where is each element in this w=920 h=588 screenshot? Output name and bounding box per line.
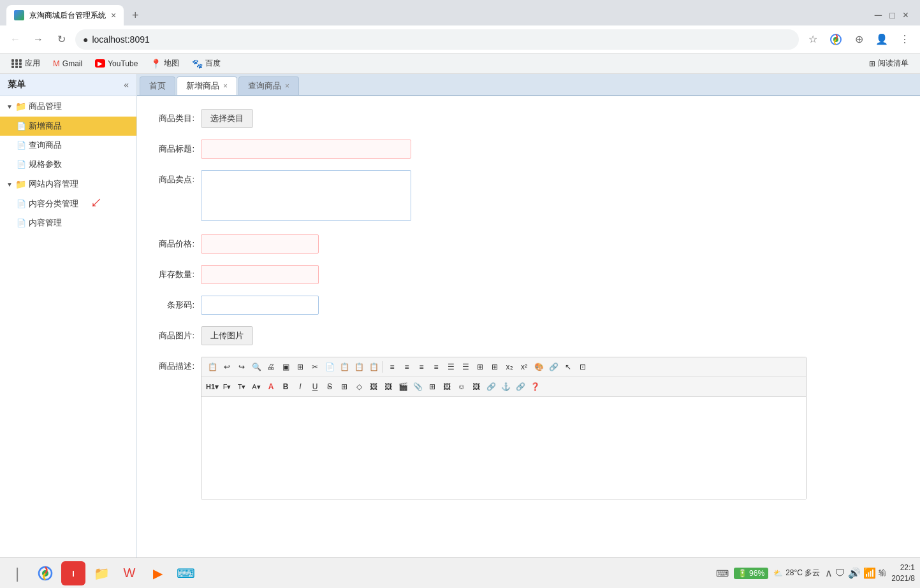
browser-tab-active[interactable]: 京淘商城后台管理系统 × xyxy=(6,5,124,25)
rte-btn-align-center[interactable]: ≡ xyxy=(400,360,414,374)
sidebar-item-spec-params[interactable]: 📄 规格参数 xyxy=(0,155,136,174)
rte-btn-hyperlink[interactable]: 🔗 xyxy=(484,380,498,394)
rte-btn-strikethrough[interactable]: S xyxy=(323,380,337,394)
minimize-button[interactable]: ─ xyxy=(875,10,882,21)
rte-btn-outdent[interactable]: ⊞ xyxy=(488,360,502,374)
rte-btn-table2[interactable]: ⊞ xyxy=(425,380,439,394)
rte-btn-h1[interactable]: H1▾ xyxy=(205,380,219,394)
rte-btn-align-justify[interactable]: ≡ xyxy=(429,360,443,374)
bookmark-youtube[interactable]: ▶ YouTube xyxy=(90,57,143,70)
bookmark-apps[interactable]: 应用 xyxy=(6,56,45,71)
bookmark-gmail[interactable]: M Gmail xyxy=(48,57,87,70)
reader-mode-button[interactable]: ⊞ 阅读清单 xyxy=(864,56,914,71)
app-tab-query-product-close[interactable]: × xyxy=(285,82,289,90)
profile-button[interactable]: 👤 xyxy=(873,31,891,48)
maximize-button[interactable]: □ xyxy=(889,10,894,20)
taskbar-media-btn[interactable]: ▶ xyxy=(145,561,170,585)
rte-btn-redo[interactable]: ↪ xyxy=(235,360,249,374)
bookmark-star-button[interactable]: ☆ xyxy=(804,31,822,48)
taskbar-word-btn[interactable]: W xyxy=(117,561,142,585)
rte-btn-copy[interactable]: 📄 xyxy=(323,360,337,374)
price-input[interactable] xyxy=(201,234,319,254)
rte-btn-superscript[interactable]: x² xyxy=(517,360,531,374)
arrow-up-icon[interactable]: ∧ xyxy=(825,567,833,579)
rte-btn-find[interactable]: 🔍 xyxy=(249,360,263,374)
forward-button[interactable]: → xyxy=(29,31,47,48)
taskbar-idea-btn[interactable]: I xyxy=(61,561,85,585)
selling-points-textarea[interactable] xyxy=(201,170,411,221)
tab-close-btn[interactable]: × xyxy=(111,10,116,20)
rte-btn-indent[interactable]: ⊞ xyxy=(473,360,487,374)
taskbar-terminal-btn[interactable]: ⌨ xyxy=(173,561,198,585)
network-icon[interactable]: 📶 xyxy=(863,567,876,579)
rte-btn-source[interactable]: 📋 xyxy=(367,360,381,374)
rte-btn-paste[interactable]: 📋 xyxy=(205,360,219,374)
sidebar-item-query-product[interactable]: 📄 查询商品 xyxy=(0,136,136,155)
volume-icon[interactable]: 🔊 xyxy=(848,567,861,579)
rte-btn-font-size[interactable]: T▾ xyxy=(235,380,249,394)
rte-btn-color[interactable]: 🎨 xyxy=(532,360,546,374)
taskbar-files-btn[interactable]: 📁 xyxy=(89,561,113,585)
stock-input[interactable] xyxy=(201,265,319,284)
rte-btn-font-a[interactable]: A▾ xyxy=(249,380,263,394)
category-select-button[interactable]: 选择类目 xyxy=(201,109,253,128)
rte-btn-paste2[interactable]: 📋 xyxy=(337,360,351,374)
rte-btn-undo[interactable]: ↩ xyxy=(220,360,234,374)
rte-btn-print[interactable]: 🖨 xyxy=(264,360,278,374)
close-button[interactable]: × xyxy=(903,10,909,21)
rte-btn-bold[interactable]: B xyxy=(279,380,293,394)
rte-btn-font-color[interactable]: A xyxy=(264,380,278,394)
sidebar-item-add-product[interactable]: 📄 新增商品 xyxy=(0,117,136,136)
rte-btn-ol[interactable]: ☰ xyxy=(444,360,458,374)
app-tab-query-product[interactable]: 查询商品 × xyxy=(238,76,299,95)
input-method-icon[interactable]: 输 xyxy=(879,568,886,578)
rte-btn-help2[interactable]: ❓ xyxy=(528,380,542,394)
menu-group-products-header[interactable]: ▼ 📁 商品管理 xyxy=(0,96,136,117)
rte-btn-italic[interactable]: I xyxy=(293,380,307,394)
rte-btn-image4[interactable]: 🖼 xyxy=(469,380,483,394)
rte-btn-emoticon[interactable]: ☺ xyxy=(455,380,469,394)
rte-btn-align-left[interactable]: ≡ xyxy=(385,360,399,374)
rte-btn-ul[interactable]: ☰ xyxy=(458,360,472,374)
chrome-icon-button[interactable] xyxy=(827,31,845,48)
bookmark-baidu[interactable]: 🐾 百度 xyxy=(187,56,226,71)
sidebar-item-content-mgmt[interactable]: 📄 内容管理 xyxy=(0,213,136,233)
rte-btn-link[interactable]: 🔗 xyxy=(546,360,560,374)
rte-btn-image2[interactable]: 🖼 xyxy=(381,380,395,394)
rte-btn-attachment[interactable]: 📎 xyxy=(411,380,425,394)
rte-btn-image3[interactable]: 🖼 xyxy=(440,380,454,394)
rte-btn-underline[interactable]: U xyxy=(308,380,322,394)
taskbar-chrome-btn[interactable] xyxy=(33,561,57,585)
bookmark-maps[interactable]: 📍 地图 xyxy=(145,56,184,71)
refresh-button[interactable]: ↻ xyxy=(52,31,70,48)
barcode-input[interactable] xyxy=(201,296,319,315)
back-button[interactable]: ← xyxy=(6,31,24,48)
rte-btn-anchor[interactable]: ↖ xyxy=(561,360,575,374)
rte-btn-table[interactable]: ⊞ xyxy=(337,380,351,394)
rte-btn-insert-image[interactable]: 🖼 xyxy=(367,380,381,394)
menu-button[interactable]: ⋮ xyxy=(896,31,914,48)
title-input[interactable] xyxy=(201,140,411,159)
rte-btn-flash[interactable]: 🎬 xyxy=(396,380,410,394)
app-tab-home[interactable]: 首页 xyxy=(140,76,175,95)
rte-btn-preview[interactable]: ▣ xyxy=(279,360,293,374)
rte-content-area[interactable] xyxy=(201,397,806,499)
rte-btn-anchor2[interactable]: ⚓ xyxy=(499,380,513,394)
menu-group-content-header[interactable]: ▼ 📁 网站内容管理 xyxy=(0,174,136,194)
upload-image-button[interactable]: 上传图片 xyxy=(201,326,253,345)
rte-btn-align-right[interactable]: ≡ xyxy=(414,360,428,374)
app-tab-add-product-close[interactable]: × xyxy=(223,82,228,90)
extensions-button[interactable]: ⊕ xyxy=(850,31,868,48)
rte-btn-subscript[interactable]: x₂ xyxy=(502,360,516,374)
sidebar-collapse-button[interactable]: « xyxy=(124,80,129,90)
rte-btn-eraser[interactable]: ◇ xyxy=(352,380,366,394)
rte-btn-cut[interactable]: ✂ xyxy=(308,360,322,374)
rte-btn-fullscreen[interactable]: ⊞ xyxy=(293,360,307,374)
rte-btn-font-family[interactable]: F▾ xyxy=(220,380,234,394)
app-tab-add-product[interactable]: 新增商品 × xyxy=(177,76,237,95)
rte-btn-link2[interactable]: 🔗 xyxy=(513,380,527,394)
address-bar[interactable]: ● localhost:8091 xyxy=(75,29,799,50)
new-tab-button[interactable]: + xyxy=(126,6,144,24)
rte-btn-paste3[interactable]: 📋 xyxy=(352,360,366,374)
sidebar-item-content-category[interactable]: 📄 内容分类管理 xyxy=(0,194,136,213)
